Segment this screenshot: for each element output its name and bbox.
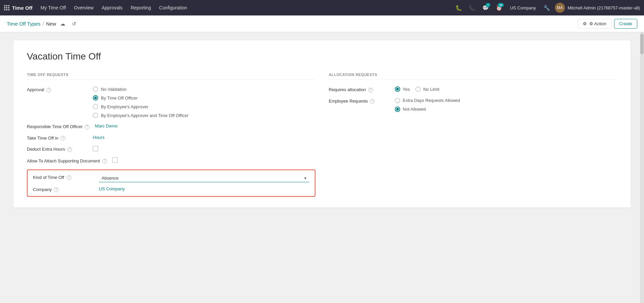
employee-requests-options: Extra Days Requests Allowed Not Allowed: [395, 98, 617, 112]
user-name[interactable]: Mitchell Admin (21768757-master-all): [568, 5, 640, 10]
employee-requests-row: Employee Requests ? Extra Days Requests …: [329, 98, 617, 112]
radio-by-emp-approver-circle: [93, 104, 98, 109]
employee-requests-help-icon[interactable]: ?: [370, 99, 375, 104]
kind-of-time-off-label: Kind of Time Off ?: [33, 174, 93, 180]
requires-allocation-options: Yes No Limit: [395, 86, 617, 92]
chat-badge: 7: [486, 3, 490, 7]
breadcrumb-parent[interactable]: Time Off Types: [7, 21, 41, 27]
action-button[interactable]: ⚙ ⚙ Action: [578, 19, 611, 29]
approval-label: Approval ?: [27, 86, 87, 92]
radio-not-allowed-circle: [395, 107, 400, 112]
take-time-off-in-value[interactable]: Hours: [93, 135, 315, 140]
toolbar-right: ⚙ ⚙ Action Create: [578, 19, 637, 29]
approval-radio-group: No Validation By Time Off Officer By E: [93, 86, 315, 118]
radio-by-officer-inner: [94, 97, 97, 99]
deduct-extra-hours-row: Deduct Extra Hours ?: [27, 146, 315, 152]
take-time-off-in-row: Take Time Off in ? Hours: [27, 135, 315, 141]
radio-by-officer-circle: [93, 95, 98, 101]
nav-configuration[interactable]: Configuration: [156, 0, 190, 15]
take-time-off-in-label: Take Time Off in ?: [27, 135, 87, 141]
breadcrumb-bar: Time Off Types / New ☁ ↺ ⚙ ⚙ Action Crea…: [0, 15, 644, 32]
employee-requests-extra-days[interactable]: Extra Days Requests Allowed: [395, 98, 617, 103]
settings-icon[interactable]: 🔧: [541, 2, 552, 13]
requires-allocation-no-limit[interactable]: No Limit: [415, 86, 440, 92]
employee-requests-label: Employee Requests ?: [329, 98, 389, 104]
nav-right-area: 🐛 📞 💬 7 ⏰ 38 US Company 🔧 MA Mitchell Ad…: [453, 2, 640, 13]
responsible-officer-value[interactable]: Marc Demo: [95, 123, 315, 128]
radio-no-limit-circle: [415, 86, 421, 92]
company-value[interactable]: US Company: [99, 186, 309, 191]
kind-of-time-off-select[interactable]: Absence Other: [99, 174, 309, 182]
chat-icon[interactable]: 💬 7: [480, 2, 491, 13]
scrollbar[interactable]: [640, 32, 644, 303]
allow-attach-value: [112, 157, 315, 163]
radio-not-allowed-inner: [396, 108, 399, 111]
deduct-extra-hours-checkbox[interactable]: [93, 146, 98, 151]
refresh-icon[interactable]: ↺: [70, 19, 79, 29]
radio-requires-yes-circle: [395, 86, 400, 92]
cloud-save-icon[interactable]: ☁: [58, 19, 68, 29]
scrollbar-thumb[interactable]: [640, 34, 644, 54]
responsible-officer-row: Responsible Time Off Officer ? Marc Demo: [27, 123, 315, 129]
clock-badge: 38: [498, 3, 504, 7]
apps-grid-icon[interactable]: [4, 5, 9, 10]
bug-icon[interactable]: 🐛: [453, 2, 464, 13]
employee-requests-radio-group: Extra Days Requests Allowed Not Allowed: [395, 98, 617, 112]
approval-by-both[interactable]: By Employee's Approver and Time Off Offi…: [93, 113, 315, 118]
allow-attach-row: Allow To Attach Supporting Document ?: [27, 157, 315, 164]
company-selector[interactable]: US Company: [507, 5, 538, 10]
approval-by-employee-approver[interactable]: By Employee's Approver: [93, 104, 315, 109]
form-card: Vacation Time Off TIME OFF REQUESTS Appr…: [13, 40, 631, 207]
requires-allocation-label: Requires allocation ?: [329, 86, 389, 92]
take-time-off-in-help-icon[interactable]: ?: [61, 136, 65, 141]
time-off-requests-section: TIME OFF REQUESTS Approval ? No Validati…: [27, 73, 315, 197]
kind-of-time-off-row: Kind of Time Off ? Absence Other ▼: [33, 174, 309, 182]
kind-of-time-off-dropdown[interactable]: Absence Other ▼: [99, 174, 309, 182]
approval-no-validation[interactable]: No Validation: [93, 86, 315, 92]
app-brand[interactable]: Time Off: [4, 5, 33, 11]
record-title: Vacation Time Off: [27, 51, 617, 62]
avatar[interactable]: MA: [555, 3, 565, 13]
kind-of-time-off-help-icon[interactable]: ?: [67, 175, 71, 180]
company-help-icon[interactable]: ?: [54, 187, 59, 192]
employee-requests-not-allowed[interactable]: Not Allowed: [395, 107, 617, 112]
app-name: Time Off: [12, 5, 33, 11]
company-row: Company ? US Company: [33, 186, 309, 192]
allow-attach-checkbox[interactable]: [112, 157, 118, 163]
kind-of-time-off-select-wrap: Absence Other ▼: [99, 174, 309, 182]
approval-by-officer[interactable]: By Time Off Officer: [93, 95, 315, 101]
radio-extra-days-circle: [395, 98, 400, 103]
approval-help-icon[interactable]: ?: [46, 88, 51, 92]
gear-icon: ⚙: [583, 21, 587, 26]
requires-allocation-help-icon[interactable]: ?: [368, 88, 373, 92]
responsible-officer-help-icon[interactable]: ?: [85, 125, 89, 129]
deduct-extra-hours-value: [93, 146, 315, 151]
radio-by-both-circle: [93, 113, 98, 118]
nav-approvals[interactable]: Approvals: [98, 0, 126, 15]
nav-overview[interactable]: Overview: [71, 0, 97, 15]
breadcrumb-separator: /: [43, 21, 44, 27]
approval-options: No Validation By Time Off Officer By E: [93, 86, 315, 118]
breadcrumb: Time Off Types / New ☁ ↺: [7, 19, 79, 29]
allow-attach-label: Allow To Attach Supporting Document ?: [27, 157, 107, 164]
radio-no-validation-circle: [93, 86, 98, 92]
phone-icon[interactable]: 📞: [467, 2, 478, 13]
main-area: Vacation Time Off TIME OFF REQUESTS Appr…: [0, 32, 644, 303]
time-off-requests-title: TIME OFF REQUESTS: [27, 73, 315, 80]
highlighted-section: Kind of Time Off ? Absence Other ▼: [27, 169, 315, 197]
top-navigation: Time Off My Time Off Overview Approvals …: [0, 0, 644, 15]
deduct-extra-hours-label: Deduct Extra Hours ?: [27, 146, 87, 152]
allocation-requests-section: ALLOCATION REQUESTS Requires allocation …: [329, 73, 617, 197]
breadcrumb-current: New: [46, 21, 56, 27]
clock-icon[interactable]: ⏰ 38: [494, 2, 504, 13]
nav-reporting[interactable]: Reporting: [127, 0, 154, 15]
radio-requires-yes-inner: [396, 88, 399, 90]
approval-row: Approval ? No Validation: [27, 86, 315, 118]
requires-allocation-yes[interactable]: Yes: [395, 86, 410, 92]
nav-my-time-off[interactable]: My Time Off: [37, 0, 69, 15]
allocation-requests-title: ALLOCATION REQUESTS: [329, 73, 617, 80]
allow-attach-help-icon[interactable]: ?: [102, 159, 107, 163]
deduct-extra-hours-help-icon[interactable]: ?: [67, 147, 72, 152]
action-label: ⚙ Action: [589, 21, 606, 26]
create-button[interactable]: Create: [614, 19, 637, 29]
